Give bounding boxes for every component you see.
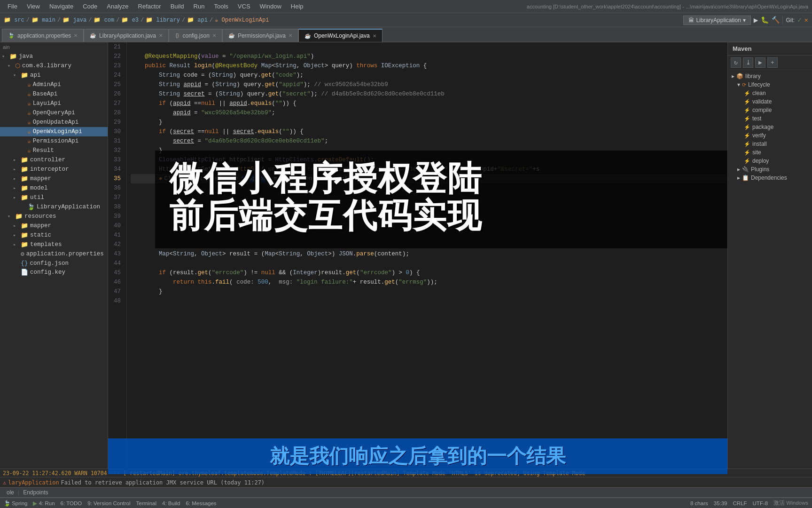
build-button[interactable]: 🔨 bbox=[772, 16, 780, 24]
spring-icon-library: 🍃 bbox=[27, 203, 35, 211]
tab-label-permission: PermissionApi.java bbox=[238, 32, 286, 39]
maven-download-btn[interactable]: ⤓ bbox=[743, 57, 753, 68]
menu-file[interactable]: File bbox=[4, 2, 21, 11]
breadcrumb-java[interactable]: 📁 java bbox=[62, 16, 86, 24]
maven-item-site[interactable]: ⚡ site bbox=[728, 148, 812, 157]
breadcrumb-main[interactable]: 📁 main bbox=[31, 16, 55, 24]
git-x-icon[interactable]: ✕ bbox=[804, 16, 808, 24]
menu-run[interactable]: Run bbox=[190, 2, 209, 11]
tab-endpoints[interactable]: Endpoints bbox=[19, 489, 52, 496]
tab-icon-props: 🍃 bbox=[8, 32, 15, 39]
run-status[interactable]: ▶ 4: Run bbox=[33, 500, 55, 507]
sidebar-item-layui-api[interactable]: ▸ ☕ LayuiApi bbox=[0, 99, 108, 108]
sidebar-item-library-application[interactable]: ▸ 🍃 LibraryApplication bbox=[0, 202, 108, 212]
sidebar-item-templates[interactable]: ▸ 📁 templates bbox=[0, 240, 108, 249]
code-text-area[interactable]: @RequestMapping(value = "/openapi/wx_log… bbox=[127, 42, 727, 474]
sidebar-item-java[interactable]: ▾ 📁 java bbox=[0, 52, 108, 61]
tab-openwx-login-api[interactable]: ☕ OpenWxLoginApi.java ✕ bbox=[298, 29, 383, 42]
tab-close-library[interactable]: ✕ bbox=[159, 33, 163, 38]
tab-ole[interactable]: ole bbox=[3, 489, 18, 496]
breadcrumb-e3[interactable]: 📁 e3 bbox=[121, 16, 139, 24]
sidebar-item-res-mapper[interactable]: ▸ 📁 mapper bbox=[0, 221, 108, 230]
sidebar-item-permission-api[interactable]: ▸ ☕ PermissionApi bbox=[0, 136, 108, 146]
spring-status[interactable]: 🍃 Spring bbox=[4, 500, 27, 507]
sidebar-item-util[interactable]: ▸ 📁 util bbox=[0, 193, 108, 202]
folder-icon-interceptor: 📁 bbox=[21, 166, 28, 173]
run-button[interactable]: ▶ bbox=[754, 16, 758, 25]
maven-item-compile[interactable]: ⚡ compile bbox=[728, 106, 812, 114]
maven-compile-label: compile bbox=[752, 107, 772, 113]
maven-item-dependencies[interactable]: ▸ 📋 Dependencies bbox=[728, 174, 812, 182]
git-label: Git: bbox=[786, 17, 795, 24]
sidebar-item-open-query-api[interactable]: ▸ ☕ OpenQueryApi bbox=[0, 108, 108, 118]
tab-permission-api[interactable]: ☕ PermissionApi.java ✕ bbox=[222, 29, 298, 42]
sidebar-item-static[interactable]: ▸ 📁 static bbox=[0, 230, 108, 240]
tab-close-permission[interactable]: ✕ bbox=[289, 33, 292, 38]
code-line-36 bbox=[131, 183, 727, 193]
sidebar-item-config-key[interactable]: ▸ 📄 config.key bbox=[0, 268, 108, 277]
menu-refactor[interactable]: Refactor bbox=[134, 2, 165, 11]
menu-navigate[interactable]: Navigate bbox=[46, 2, 77, 11]
tab-library-application[interactable]: ☕ LibraryApplication.java ✕ bbox=[84, 29, 169, 42]
breadcrumb-class[interactable]: ☕ OpenWxLoginApi bbox=[215, 16, 269, 24]
sidebar-item-resources[interactable]: ▾ 📁 resources bbox=[0, 212, 108, 221]
tab-close-openwx[interactable]: ✕ bbox=[373, 33, 376, 39]
maven-item-install[interactable]: ⚡ install bbox=[728, 140, 812, 148]
sidebar-item-open-update-api[interactable]: ▸ ☕ OpenUpdateApi bbox=[0, 118, 108, 127]
sidebar-item-api[interactable]: ▾ 📁 api bbox=[0, 71, 108, 80]
debug-button[interactable]: 🐛 bbox=[761, 16, 769, 24]
maven-item-package[interactable]: ⚡ package bbox=[728, 123, 812, 131]
maven-item-deploy[interactable]: ⚡ deploy bbox=[728, 157, 812, 165]
tab-config-json[interactable]: {} config.json ✕ bbox=[169, 29, 222, 42]
tab-application-properties[interactable]: 🍃 application.properties ✕ bbox=[2, 29, 84, 42]
menu-help[interactable]: Help bbox=[287, 2, 307, 11]
maven-run-btn[interactable]: ▶ bbox=[755, 57, 765, 68]
breadcrumb-library[interactable]: 📁 library bbox=[146, 16, 180, 24]
tab-close-props[interactable]: ✕ bbox=[74, 33, 78, 38]
menu-code[interactable]: Code bbox=[79, 2, 101, 11]
maven-add-btn[interactable]: + bbox=[767, 57, 778, 68]
vcs-status[interactable]: 9: Version Control bbox=[87, 500, 130, 506]
sidebar-item-com-e3-library[interactable]: ▾ ⬡ com.e3.library bbox=[0, 61, 108, 71]
maven-item-plugins[interactable]: ▸ 🔌 Plugins bbox=[728, 165, 812, 174]
build-status[interactable]: 4: Build bbox=[162, 500, 180, 506]
run-config-selector[interactable]: 🏛 LibraryApplication ▾ bbox=[683, 16, 750, 25]
spring-icon-props: ⚙ bbox=[21, 250, 24, 258]
breadcrumb-src[interactable]: 📁 src bbox=[4, 16, 24, 24]
menu-view[interactable]: View bbox=[23, 2, 44, 11]
sidebar-item-openwx-login-api[interactable]: ▸ ☕ OpenWxLoginApi bbox=[0, 127, 108, 136]
maven-refresh-btn[interactable]: ↻ bbox=[731, 57, 741, 68]
sidebar-item-controller[interactable]: ▸ 📁 controller bbox=[0, 155, 108, 165]
terminal-status[interactable]: Terminal bbox=[136, 500, 156, 506]
sidebar-item-config-json[interactable]: ▸ {} config.json bbox=[0, 259, 108, 268]
messages-status[interactable]: 6: Messages bbox=[186, 500, 216, 506]
maven-item-lifecycle[interactable]: ▾ ⟳ Lifecycle bbox=[728, 80, 812, 89]
todo-status[interactable]: 6: TODO bbox=[61, 500, 82, 506]
maven-item-verify[interactable]: ⚡ verify bbox=[728, 131, 812, 140]
sidebar-item-app-props[interactable]: ▸ ⚙ application.properties bbox=[0, 249, 108, 259]
toolbar: 📁 src / 📁 main / 📁 java / 📁 com / 📁 e3 /… bbox=[0, 13, 812, 27]
sidebar-item-admin-api[interactable]: ▸ ☕ AdminApi bbox=[0, 80, 108, 89]
tab-close-config[interactable]: ✕ bbox=[212, 33, 216, 38]
maven-item-validate[interactable]: ⚡ validate bbox=[728, 97, 812, 106]
maven-clean-icon: ⚡ bbox=[744, 90, 750, 96]
sidebar-item-result[interactable]: ▸ ☕ Result bbox=[0, 146, 108, 155]
menu-build[interactable]: Build bbox=[167, 2, 188, 11]
git-check-icon[interactable]: ✓ bbox=[797, 16, 801, 24]
sidebar-item-interceptor[interactable]: ▸ 📁 interceptor bbox=[0, 165, 108, 174]
menu-tools[interactable]: Tools bbox=[210, 2, 232, 11]
menu-window[interactable]: Window bbox=[256, 2, 285, 11]
maven-item-library[interactable]: ▸ 📦 library bbox=[728, 72, 812, 80]
sidebar-item-model[interactable]: ▸ 📁 model bbox=[0, 183, 108, 193]
sidebar-label-adminapi: AdminApi bbox=[33, 81, 61, 88]
menu-vcs[interactable]: VCS bbox=[234, 2, 254, 11]
sidebar-item-base-api[interactable]: ▸ ☕ BaseApi bbox=[0, 89, 108, 99]
maven-label: Maven bbox=[733, 45, 751, 52]
breadcrumb-api[interactable]: 📁 api bbox=[187, 16, 208, 24]
code-editor[interactable]: 21 22 23 24 25 26 27 28 29 30 31 32 33 3… bbox=[108, 42, 727, 474]
maven-item-test[interactable]: ⚡ test bbox=[728, 114, 812, 123]
sidebar-item-mapper[interactable]: ▸ 📁 mapper bbox=[0, 174, 108, 183]
maven-item-clean[interactable]: ⚡ clean bbox=[728, 89, 812, 97]
menu-analyze[interactable]: Analyze bbox=[103, 2, 132, 11]
breadcrumb-com[interactable]: 📁 com bbox=[94, 16, 114, 24]
